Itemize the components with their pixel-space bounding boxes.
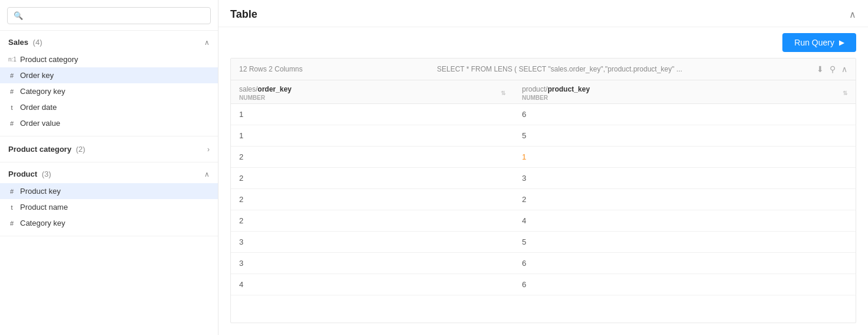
section-title-sales: Sales (4) [8,38,42,47]
cell-product-key-3: 3 [514,168,856,189]
table-meta-actions: ⬇ ⚲ ∧ [817,64,847,74]
table-meta: 12 Rows 2 Columns SELECT * FROM LENS ( S… [231,58,856,80]
item-label-product-name: Product name [20,203,68,212]
sql-preview: SELECT * FROM LENS ( SELECT "sales.order… [437,65,682,73]
cell-product-key-0: 6 [514,104,856,125]
section-title-product: Product (3) [8,170,51,178]
section-header-sales[interactable]: Sales (4) ∧ [0,31,218,51]
table-row: 4 6 [231,274,856,295]
item-label-category-key-2: Category key [20,219,66,227]
table-row: 3 5 [231,232,856,253]
run-query-button[interactable]: Run Query ▶ [782,33,856,52]
sidebar-section-product: Product (3) ∧ # Product key t Product na… [0,162,218,236]
chevron-up-icon-product: ∧ [204,170,210,178]
item-label-category-key: Category key [20,87,66,96]
main-header: Table ∧ [218,0,868,27]
sidebar-item-order-date[interactable]: t Order date [0,99,218,115]
sort-icon-order-key[interactable]: ⇅ [501,90,505,96]
rows-cols-info: 12 Rows 2 Columns [239,65,302,73]
cell-product-key-4: 2 [514,189,856,210]
sidebar-section-product-category: Product category (2) › [0,136,218,162]
table-row: 1 5 [231,125,856,147]
table-row: 1 6 [231,104,856,125]
run-query-label: Run Query [794,38,834,47]
search-input[interactable] [7,7,211,24]
sidebar-section-sales: Sales (4) ∧ n:1 Product category # Order… [0,31,218,136]
cell-order-key-2: 2 [231,147,514,168]
cell-order-key-7: 3 [231,253,514,274]
table-header-row: sales/order_key NUMBER ⇅ product/product [231,80,856,104]
item-type-category-key-2: # [8,220,15,227]
pin-icon[interactable]: ⚲ [830,64,836,74]
sidebar-item-product-name[interactable]: t Product name [0,199,218,215]
cell-product-key-5: 4 [514,210,856,232]
table-row: 3 6 [231,253,856,274]
cell-order-key-0[interactable]: 1 [231,104,514,125]
item-type-order-value: # [8,120,15,127]
section-items-sales: n:1 Product category # Order key # Categ… [0,51,218,136]
section-header-product-category[interactable]: Product category (2) › [0,136,218,162]
chevron-right-icon-product-category: › [207,145,210,154]
sidebar-item-product-key[interactable]: # Product key [0,183,218,199]
col-name-order-key: sales/order_key [239,85,292,93]
cell-order-key-3: 2 [231,168,514,189]
table-row: 2 3 [231,168,856,189]
cell-order-key-4: 2 [231,189,514,210]
sidebar-item-product-category[interactable]: n:1 Product category [0,51,218,67]
section-header-product[interactable]: Product (3) ∧ [0,162,218,183]
cell-product-key-1: 5 [514,125,856,147]
col-header-order-key: sales/order_key NUMBER ⇅ [231,80,514,104]
section-items-product: # Product key t Product name # Category … [0,183,218,236]
play-icon: ▶ [839,38,844,47]
table-row: 2 1 [231,147,856,168]
table-row: 2 2 [231,189,856,210]
download-icon[interactable]: ⬇ [817,64,824,74]
sidebar-item-order-key[interactable]: # Order key [0,67,218,83]
sort-icon-product-key[interactable]: ⇅ [843,90,847,96]
cell-order-key-8[interactable]: 4 [231,274,514,295]
item-type-product-name: t [8,204,15,211]
item-type-product-category: n:1 [8,56,15,63]
item-label-product-key: Product key [20,187,61,196]
sidebar-item-order-value[interactable]: # Order value [0,115,218,131]
table-container: 12 Rows 2 Columns SELECT * FROM LENS ( S… [230,58,856,323]
item-type-order-key: # [8,72,15,79]
item-label-order-value: Order value [20,119,60,128]
table-row: 2 4 [231,210,856,232]
collapse-button[interactable]: ∧ [849,9,856,20]
sidebar-item-category-key-2[interactable]: # Category key [0,215,218,231]
col-name-product-key: product/product_key [522,85,590,93]
cell-product-key-7: 6 [514,253,856,274]
cell-product-key-8: 6 [514,274,856,295]
cell-product-key-6: 5 [514,232,856,253]
cell-order-key-6: 3 [231,232,514,253]
cell-order-key-1[interactable]: 1 [231,125,514,147]
col-header-product-key: product/product_key NUMBER ⇅ [514,80,856,104]
item-type-category-key: # [8,88,15,95]
item-label-order-key: Order key [20,71,54,80]
collapse-table-icon[interactable]: ∧ [841,64,847,74]
search-bar [0,0,218,31]
data-table: sales/order_key NUMBER ⇅ product/product [231,80,856,295]
page-title: Table [230,8,257,21]
item-label-order-date: Order date [20,103,57,112]
query-bar: Run Query ▶ [218,27,868,58]
section-title-product-category: Product category (2) [8,145,85,154]
sidebar: Sales (4) ∧ n:1 Product category # Order… [0,0,218,335]
cell-order-key-5: 2 [231,210,514,232]
item-label-product-category: Product category [20,55,78,64]
sidebar-item-category-key[interactable]: # Category key [0,83,218,99]
main-content: Table ∧ Run Query ▶ 12 Rows 2 Columns SE… [218,0,868,335]
item-type-order-date: t [8,104,15,111]
chevron-up-icon-sales: ∧ [204,38,210,47]
item-type-product-key: # [8,188,15,195]
cell-product-key-2[interactable]: 1 [514,147,856,168]
